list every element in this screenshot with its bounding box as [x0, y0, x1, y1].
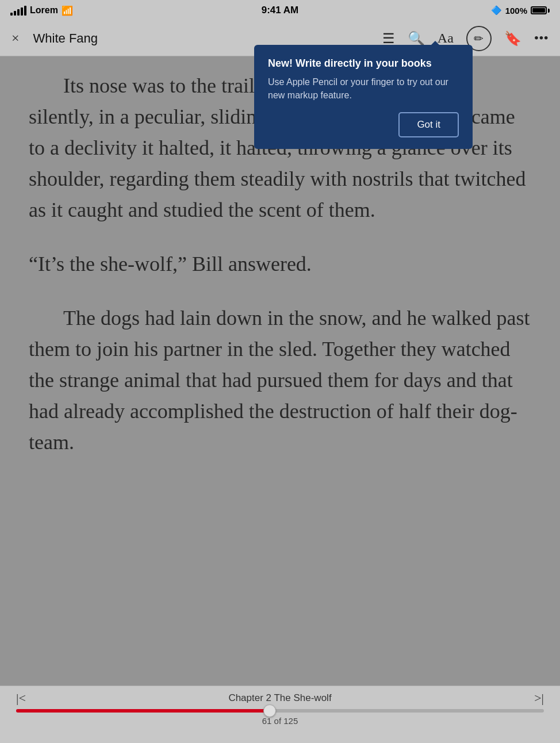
- pencil-symbol: ✏: [474, 32, 484, 45]
- wifi-icon: 📶: [62, 5, 73, 16]
- search-icon[interactable]: 🔍: [408, 30, 425, 47]
- bottom-bar: |< Chapter 2 The She-wolf >| 61 of 125: [0, 685, 560, 743]
- more-icon[interactable]: •••: [534, 30, 549, 46]
- tooltip-popup: New! Write directly in your books Use Ap…: [254, 45, 473, 149]
- carrier-label: Lorem: [30, 5, 58, 16]
- menu-icon[interactable]: ☰: [382, 30, 395, 47]
- progress-bar-fill: [16, 709, 270, 713]
- chapter-label: Chapter 2 The She-wolf: [228, 692, 331, 704]
- font-icon[interactable]: Aa: [438, 30, 454, 46]
- battery-percent: 100%: [505, 6, 527, 16]
- progress-bar[interactable]: [16, 709, 544, 713]
- bluetooth-icon: 🔷: [491, 5, 502, 16]
- nav-left: × White Fang: [11, 30, 98, 46]
- status-left: Lorem 📶: [10, 5, 73, 16]
- tooltip-footer: Got it: [268, 112, 459, 137]
- signal-icon: [10, 6, 26, 16]
- bookmark-icon[interactable]: 🔖: [504, 30, 521, 47]
- page-info: 61 of 125: [262, 716, 298, 726]
- status-right: 🔷 100%: [491, 5, 550, 16]
- status-time: 9:41 AM: [262, 5, 299, 16]
- overlay-dim: [0, 56, 560, 685]
- chapter-nav: |< Chapter 2 The She-wolf >|: [0, 691, 560, 706]
- close-button[interactable]: ×: [11, 30, 20, 46]
- status-bar: Lorem 📶 9:41 AM 🔷 100%: [0, 0, 560, 21]
- progress-thumb[interactable]: [263, 704, 276, 717]
- tooltip-title: New! Write directly in your books: [268, 58, 459, 70]
- got-it-button[interactable]: Got it: [398, 112, 459, 137]
- tooltip-body: Use Apple Pencil or your finger to try o…: [268, 75, 459, 102]
- last-chapter-button[interactable]: >|: [534, 691, 544, 706]
- battery-icon: [531, 6, 550, 14]
- book-title: White Fang: [33, 31, 98, 46]
- first-chapter-button[interactable]: |<: [16, 691, 26, 706]
